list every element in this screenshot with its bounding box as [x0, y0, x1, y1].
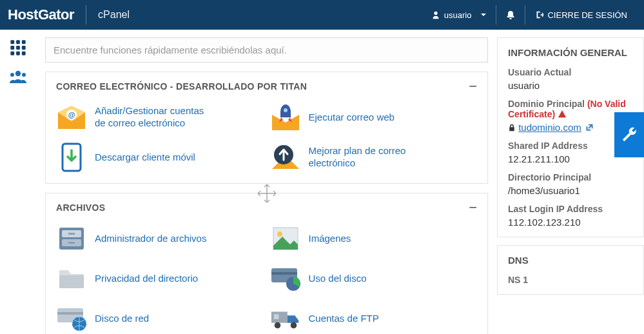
wrench-icon [621, 126, 638, 143]
top-right-nav: usuario CIERRE DE SESIÓN [422, 0, 636, 30]
lastip-label: Last Login IP Address [508, 204, 633, 214]
lock-icon [508, 124, 516, 132]
tool-label: Uso del disco [309, 273, 367, 285]
left-nav [0, 30, 36, 334]
tool-email-upgrade[interactable]: Mejorar plan de correo electrónico [270, 142, 478, 173]
email-panel: CORREO ELECTRÓNICO - DESARROLLADO POR TI… [45, 72, 488, 184]
tool-net-disk[interactable]: Disco de red [56, 303, 264, 334]
dns-panel: DNS NS 1 [497, 245, 644, 295]
nav-grid-button[interactable] [9, 39, 27, 57]
svg-point-33 [290, 322, 297, 329]
panel-title: CORREO ELECTRÓNICO - DESARROLLADO POR TI… [56, 81, 307, 92]
svg-point-10 [10, 73, 14, 77]
user-label: Usuario Actual [508, 67, 633, 77]
user-value: usuario [508, 80, 633, 91]
svg-rect-6 [10, 52, 14, 55]
external-link-icon [585, 123, 594, 132]
grid-icon [9, 39, 27, 57]
tool-label: Mejorar plan de correo electrónico [309, 145, 431, 170]
svg-rect-21 [68, 242, 75, 244]
brand-text: HostGator [8, 6, 74, 23]
bell-icon [505, 10, 516, 20]
tool-dir-privacy[interactable]: Privacidad del directorio [56, 263, 264, 294]
svg-point-14 [284, 108, 288, 112]
tool-label: Administrador de archivos [95, 233, 206, 245]
settings-tab[interactable] [614, 112, 644, 157]
tool-email-manage[interactable]: @ Añadir/Gestionar cuentas de correo ele… [56, 102, 264, 133]
svg-rect-7 [16, 52, 20, 55]
collapse-button[interactable]: − [469, 204, 477, 211]
users-icon [8, 68, 28, 85]
disk-globe-icon [56, 303, 87, 334]
top-bar: HostGator cPanel usuario CIERRE DE SESIÓ… [0, 0, 644, 30]
user-name: usuario [444, 10, 472, 20]
svg-text:@: @ [68, 111, 75, 119]
right-sidebar: INFORMACIÓN GENERAL Usuario Actual usuar… [497, 30, 644, 334]
ns1-label: NS 1 [508, 275, 633, 285]
tool-file-manager[interactable]: Administrador de archivos [56, 223, 264, 254]
drag-handle[interactable] [255, 182, 278, 205]
move-icon [256, 182, 278, 204]
tool-label: Cuentas de FTP [309, 313, 379, 325]
product-name: cPanel [98, 9, 130, 21]
tool-label: Disco de red [95, 313, 149, 325]
upgrade-arrow-icon [270, 142, 301, 173]
brand-logo: HostGator [8, 6, 74, 23]
tool-disk-usage[interactable]: Uso del disco [270, 263, 478, 294]
svg-rect-4 [16, 46, 20, 50]
panel-title: DNS [508, 255, 633, 266]
svg-rect-0 [10, 40, 14, 44]
tool-images[interactable]: Imágenes [270, 223, 478, 254]
collapse-button[interactable]: − [469, 83, 477, 90]
domain-link[interactable]: tudominio.com [518, 122, 581, 133]
svg-rect-1 [16, 40, 20, 44]
svg-rect-26 [271, 272, 297, 275]
truck-icon [270, 303, 301, 334]
user-icon [431, 10, 440, 19]
panel-title: INFORMACIÓN GENERAL [508, 47, 633, 58]
svg-rect-20 [68, 233, 75, 235]
tool-email-webmail[interactable]: Ejecutar correo web [270, 102, 478, 133]
tool-label: Descargar cliente móvil [95, 152, 195, 164]
svg-rect-24 [59, 275, 84, 288]
logout-icon [534, 10, 543, 19]
chevron-down-icon [480, 12, 487, 18]
warning-icon [558, 110, 567, 119]
image-file-icon [270, 223, 301, 254]
svg-rect-31 [271, 311, 287, 322]
main-content: CORREO ELECTRÓNICO - DESARROLLADO POR TI… [36, 30, 497, 334]
tool-label: Ejecutar correo web [309, 112, 395, 124]
tool-label: Imágenes [309, 233, 351, 245]
home-value: /home3/usuario1 [508, 185, 633, 196]
nav-users-button[interactable] [8, 68, 28, 85]
phone-download-icon [56, 142, 87, 173]
tool-ftp-accounts[interactable]: Cuentas de FTP [270, 303, 478, 334]
user-menu[interactable]: usuario [422, 0, 496, 30]
svg-point-32 [274, 322, 280, 329]
tool-label: Privacidad del directorio [95, 273, 198, 285]
home-label: Directorio Principal [508, 172, 633, 182]
svg-rect-29 [57, 312, 83, 315]
logout-button[interactable]: CIERRE DE SESIÓN [525, 0, 636, 30]
tool-email-mobile[interactable]: Descargar cliente móvil [56, 142, 264, 173]
disk-pie-icon [270, 263, 301, 294]
logout-label: CIERRE DE SESIÓN [547, 10, 627, 20]
svg-rect-8 [22, 52, 26, 55]
tool-label: Añadir/Gestionar cuentas de correo elect… [95, 105, 217, 130]
lastip-value: 112.102.123.210 [508, 217, 633, 228]
folder-icon [56, 263, 87, 294]
svg-rect-5 [22, 46, 26, 50]
svg-point-23 [277, 231, 282, 237]
separator [86, 5, 86, 25]
server-drawer-icon [56, 223, 87, 254]
panel-title: ARCHIVOS [56, 202, 105, 213]
svg-rect-3 [10, 46, 14, 50]
svg-point-11 [22, 73, 26, 77]
svg-rect-2 [22, 40, 26, 44]
svg-point-9 [15, 71, 21, 76]
notifications-button[interactable] [496, 0, 525, 30]
envelope-at-icon: @ [56, 102, 87, 133]
svg-rect-34 [273, 314, 278, 319]
rocket-envelope-icon [270, 102, 301, 133]
search-input[interactable] [45, 37, 488, 63]
